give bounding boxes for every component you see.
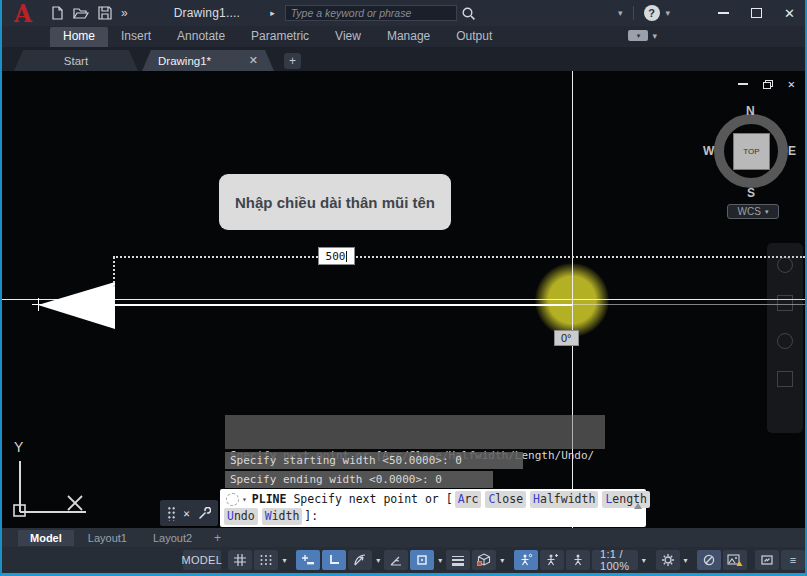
isolate-objects-button[interactable] xyxy=(723,550,747,570)
file-tab-drawing1[interactable]: Drawing1* ✕ xyxy=(142,50,274,71)
option-close[interactable]: Close xyxy=(485,491,526,508)
drag-grip-icon[interactable] xyxy=(167,506,175,521)
cube-caret-icon[interactable]: ▾ xyxy=(498,556,506,565)
model-space-button[interactable]: MODEL xyxy=(183,550,221,570)
recent-commands-icon[interactable] xyxy=(226,493,239,506)
viewport-restore-icon[interactable] xyxy=(763,80,773,89)
title-bar: A » Drawing1.... ▸ ▾ ? ▾ ✕ xyxy=(2,0,805,26)
option-halfwidth[interactable]: Halfwidth xyxy=(530,491,598,508)
new-file-icon[interactable] xyxy=(50,6,64,20)
tab-view[interactable]: View xyxy=(322,27,374,47)
pan-icon[interactable] xyxy=(777,295,793,311)
tab-parametric[interactable]: Parametric xyxy=(238,27,322,47)
ribbon-tab-bar: Home Insert Annotate Parametric View Man… xyxy=(2,26,805,47)
search-icon[interactable] xyxy=(461,6,476,21)
image-warning-icon xyxy=(727,553,743,567)
title-expand-icon[interactable]: ▸ xyxy=(270,8,275,18)
command-line-input[interactable]: ▾ PLINE Specify next point or [ArcCloseH… xyxy=(220,489,646,527)
annotation-visibility-button[interactable] xyxy=(514,550,538,570)
command-history-expand-icon[interactable] xyxy=(634,503,642,509)
file-tab-close-icon[interactable]: ✕ xyxy=(249,54,258,67)
3d-osnap-button[interactable] xyxy=(472,550,496,570)
help-icon[interactable]: ? xyxy=(644,5,660,21)
command-close-icon[interactable]: ✕ xyxy=(183,507,190,520)
compass-west[interactable]: W xyxy=(703,144,714,158)
drawing-canvas[interactable]: 500 0° Nhập chiều dài thân mũi tên ✕ N S… xyxy=(2,71,805,528)
tab-insert[interactable]: Insert xyxy=(108,27,164,47)
start-point-marker xyxy=(32,298,45,311)
layout-tab-bar: Model Layout1 Layout2 + xyxy=(2,528,805,547)
app-menu-button[interactable]: A xyxy=(8,2,38,25)
workspace-caret-icon[interactable]: ▾ xyxy=(682,556,690,565)
wcs-label: WCS xyxy=(738,206,761,217)
dotted-tracking-horizontal xyxy=(113,256,805,258)
tab-model[interactable]: Model xyxy=(18,530,74,546)
ribbon-state-icon: ▾ xyxy=(628,30,648,41)
wrench-icon[interactable] xyxy=(198,507,211,520)
annotation-scale-person-button[interactable] xyxy=(566,550,590,570)
lineweight-button[interactable] xyxy=(446,550,470,570)
navigation-bar[interactable] xyxy=(767,243,803,433)
tab-output[interactable]: Output xyxy=(443,27,505,47)
gear-icon xyxy=(661,553,675,567)
compass-east[interactable]: E xyxy=(788,144,796,158)
orbit-icon[interactable] xyxy=(777,371,793,387)
signin-caret-icon[interactable]: ▾ xyxy=(618,8,623,18)
close-button[interactable]: ✕ xyxy=(784,7,795,20)
tab-layout2[interactable]: Layout2 xyxy=(141,530,204,546)
maximize-button[interactable] xyxy=(751,8,762,18)
recent-commands-caret-icon[interactable]: ▾ xyxy=(242,491,247,508)
annotation-visibility-icon xyxy=(519,553,533,567)
zoom-extents-icon[interactable] xyxy=(777,333,793,349)
viewcube-top-face[interactable]: TOP xyxy=(733,133,770,170)
compass-south[interactable]: S xyxy=(747,186,755,200)
save-icon[interactable] xyxy=(98,6,112,20)
polar-caret-icon[interactable]: ▾ xyxy=(374,556,382,565)
status-bar: MODEL ▾ ▾ ▾ ▾ xyxy=(2,547,805,573)
new-drawing-tab-button[interactable]: + xyxy=(284,53,301,69)
minimize-button[interactable] xyxy=(718,12,729,14)
dynamic-input-field[interactable]: 500 xyxy=(318,247,355,265)
snap-caret-icon[interactable]: ▾ xyxy=(280,556,288,565)
snap-mode-button[interactable] xyxy=(254,550,278,570)
wcs-caret-icon: ▾ xyxy=(765,208,769,216)
file-tab-start[interactable]: Start xyxy=(14,50,138,71)
object-snap-button[interactable] xyxy=(410,550,434,570)
option-arc[interactable]: Arc xyxy=(455,491,482,508)
dynamic-input-button[interactable] xyxy=(296,550,320,570)
option-length[interactable]: Length xyxy=(602,491,650,508)
viewport-close-icon[interactable]: ✕ xyxy=(788,79,795,89)
viewport-minimize-icon[interactable] xyxy=(738,83,748,85)
full-nav-wheel-icon[interactable] xyxy=(777,257,793,273)
new-layout-button[interactable]: + xyxy=(214,531,221,545)
osnap-caret-icon[interactable]: ▾ xyxy=(436,556,444,565)
grid-display-button[interactable] xyxy=(228,550,252,570)
autoscale-button[interactable] xyxy=(540,550,564,570)
scale-caret-icon[interactable]: ▾ xyxy=(640,556,648,565)
file-tab-drawing1-label: Drawing1* xyxy=(158,55,211,67)
clean-screen-button[interactable] xyxy=(755,550,779,570)
search-input[interactable] xyxy=(285,5,457,21)
qat-more-icon[interactable]: » xyxy=(121,7,128,19)
customization-button[interactable]: ≡ xyxy=(781,550,805,570)
view-cube[interactable]: N S E W TOP WCS ▾ xyxy=(707,104,797,224)
polar-tracking-button[interactable] xyxy=(348,550,372,570)
quick-access-toolbar: » xyxy=(50,6,128,20)
workspace-switching-button[interactable] xyxy=(656,550,680,570)
open-folder-icon[interactable] xyxy=(73,6,89,20)
tab-manage[interactable]: Manage xyxy=(374,27,443,47)
annotation-monitor-button[interactable] xyxy=(697,550,721,570)
ribbon-display-toggle[interactable]: ▾ ▾ xyxy=(628,30,657,41)
tab-annotate[interactable]: Annotate xyxy=(164,27,238,47)
isometric-drafting-button[interactable] xyxy=(384,550,408,570)
option-undo[interactable]: Undo xyxy=(224,508,258,525)
tab-layout1[interactable]: Layout1 xyxy=(76,530,139,546)
help-caret-icon[interactable]: ▾ xyxy=(666,8,671,18)
tab-home[interactable]: Home xyxy=(50,27,108,47)
ribbon-toggle-caret-icon[interactable]: ▾ xyxy=(652,31,657,41)
annotation-scale-button[interactable]: 1:1 / 100% xyxy=(592,550,638,570)
compass-north[interactable]: N xyxy=(746,104,755,118)
wcs-dropdown[interactable]: WCS ▾ xyxy=(727,204,779,219)
option-width[interactable]: Width xyxy=(262,508,303,525)
ortho-mode-button[interactable] xyxy=(322,550,346,570)
